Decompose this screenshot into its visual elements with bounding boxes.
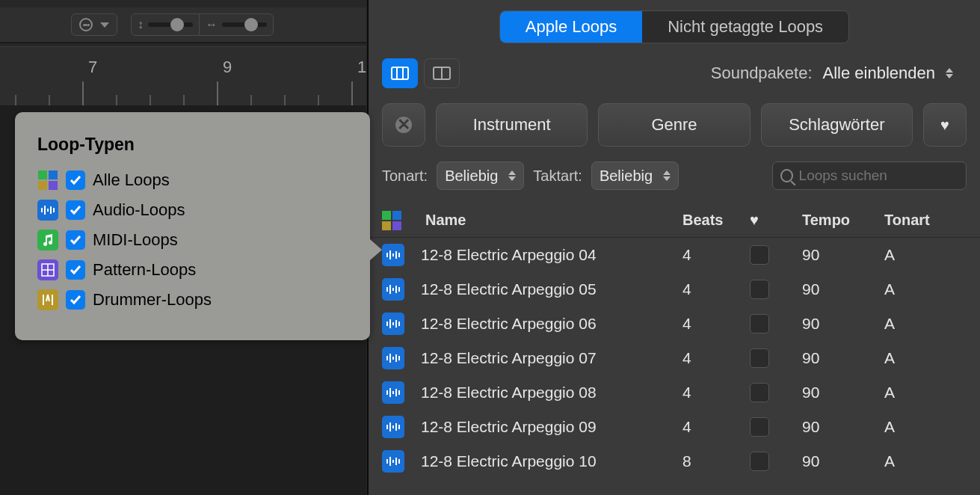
timeline-ruler[interactable]: 7 9 1 [0, 46, 366, 106]
filter-genre-button[interactable]: Genre [598, 103, 750, 147]
audio-loop-icon [382, 450, 404, 473]
loop-fav-checkbox[interactable] [750, 348, 802, 368]
loop-fav-checkbox[interactable] [750, 245, 802, 265]
audio-loop-icon [382, 313, 404, 335]
table-row[interactable]: 12-8 Electric Arpeggio 05490A [369, 272, 980, 307]
pattern-loop-icon [37, 259, 58, 280]
loop-results-table: Name Beats ♥ Tempo Tonart 12-8 Electric … [369, 203, 980, 479]
loop-fav-checkbox[interactable] [750, 314, 802, 333]
loop-type-row-drummer[interactable]: Drummer-Loops [37, 285, 354, 315]
loop-tonart: A [884, 418, 967, 436]
ellipsis-icon: ••• [79, 18, 93, 31]
vertical-zoom-slider[interactable]: ↕ [132, 14, 199, 35]
taktart-select[interactable]: Beliebig [591, 162, 679, 190]
loop-fav-checkbox[interactable] [750, 417, 802, 437]
audio-loop-icon [382, 278, 404, 301]
table-row[interactable]: 12-8 Electric Arpeggio 04490A [369, 238, 980, 272]
loop-tempo: 90 [802, 280, 884, 298]
loop-tempo: 90 [802, 384, 884, 402]
heart-icon: ♥ [940, 117, 949, 134]
col-tempo[interactable]: Tempo [802, 212, 884, 229]
chevron-down-icon [100, 22, 109, 28]
taktart-value: Beliebig [600, 167, 653, 185]
table-row[interactable]: 12-8 Electric Arpeggio 08490A [369, 375, 980, 410]
button-view-button[interactable] [424, 58, 460, 88]
loop-type-row-audio[interactable]: Audio-Loops [37, 195, 354, 225]
loop-tempo: 90 [802, 418, 884, 436]
table-row[interactable]: 12-8 Electric Arpeggio 07490A [369, 341, 980, 375]
loop-beats: 8 [682, 452, 750, 470]
loop-beats: 4 [682, 418, 750, 436]
loop-type-label: Drummer-Loops [93, 290, 212, 310]
audio-loop-icon [382, 347, 404, 369]
checkbox-all[interactable] [66, 170, 85, 190]
horizontal-zoom-icon: ↔ [206, 18, 218, 31]
loop-beats: 4 [682, 349, 750, 367]
popover-title: Loop-Typen [37, 135, 354, 155]
vertical-zoom-icon: ↕ [138, 18, 144, 31]
loop-type-label: Pattern-Loops [93, 260, 196, 280]
table-row[interactable]: 12-8 Electric Arpeggio 09490A [369, 410, 980, 444]
col-name[interactable]: Name [421, 212, 682, 229]
tab-apple-loops[interactable]: Apple Loops [500, 11, 642, 43]
loop-type-row-all[interactable]: Alle Loops [37, 165, 354, 195]
taktart-label: Taktart: [533, 167, 582, 185]
all-loops-icon [37, 170, 58, 191]
heart-icon: ♥ [750, 212, 759, 228]
loop-type-label: Alle Loops [93, 170, 170, 190]
more-menu-button[interactable]: ••• [71, 13, 117, 36]
loop-type-row-midi[interactable]: MIDI-Loops [37, 225, 354, 255]
loop-name: 12-8 Electric Arpeggio 05 [421, 280, 682, 298]
column-view-button[interactable] [382, 58, 418, 88]
loop-beats: 4 [682, 246, 750, 264]
loop-tonart: A [884, 384, 967, 402]
tab-untagged-loops[interactable]: Nicht getaggte Loops [642, 11, 848, 43]
search-input[interactable] [799, 167, 958, 184]
checkbox-midi[interactable] [66, 230, 85, 250]
filter-keywords-button[interactable]: Schlagwörter [761, 103, 913, 147]
loop-beats: 4 [682, 384, 750, 402]
checkbox-pattern[interactable] [66, 260, 85, 280]
loop-fav-checkbox[interactable] [750, 280, 802, 299]
loop-tonart: A [884, 315, 967, 333]
svg-rect-8 [392, 67, 408, 79]
horizontal-zoom-slider[interactable]: ↔ [199, 14, 273, 35]
checkbox-drummer[interactable] [66, 290, 85, 310]
tonart-select[interactable]: Beliebig [437, 162, 524, 190]
col-tonart[interactable]: Tonart [884, 212, 967, 229]
col-beats[interactable]: Beats [682, 212, 750, 229]
loop-browser-panel: Apple Loops Nicht getaggte Loops Soundpa… [367, 0, 980, 495]
timeline-toolbar: ••• ↕ ↔ [0, 7, 366, 43]
ruler-mark: 1 [357, 58, 366, 77]
loop-tabs: Apple Loops Nicht getaggte Loops [369, 0, 980, 43]
loop-name: 12-8 Electric Arpeggio 08 [421, 384, 682, 402]
loop-fav-checkbox[interactable] [750, 383, 802, 402]
loop-type-filter-icon[interactable] [382, 211, 421, 230]
close-icon: ✕ [395, 117, 412, 133]
loop-type-label: Audio-Loops [93, 200, 185, 220]
audio-loop-icon [382, 381, 404, 404]
loop-name: 12-8 Electric Arpeggio 06 [421, 315, 682, 333]
table-row[interactable]: 12-8 Electric Arpeggio 06490A [369, 307, 980, 341]
col-fav[interactable]: ♥ [750, 212, 802, 229]
loop-type-row-pattern[interactable]: Pattern-Loops [37, 255, 354, 285]
loop-fav-checkbox[interactable] [750, 452, 802, 471]
tonart-label: Tonart: [382, 167, 428, 185]
loop-tonart: A [884, 280, 967, 298]
filter-favorites-button[interactable]: ♥ [923, 103, 967, 147]
loop-search[interactable] [772, 162, 967, 190]
soundpacks-select[interactable]: Alle einblenden [823, 64, 935, 83]
clear-filters-button[interactable]: ✕ [382, 103, 425, 147]
table-row[interactable]: 12-8 Electric Arpeggio 10890A [369, 444, 980, 479]
tonart-value: Beliebig [445, 167, 498, 185]
updown-icon [508, 170, 516, 181]
updown-icon [663, 170, 671, 181]
filter-instrument-button[interactable]: Instrument [436, 103, 588, 147]
loop-tempo: 90 [802, 315, 884, 333]
checkbox-audio[interactable] [66, 200, 85, 220]
table-header-row: Name Beats ♥ Tempo Tonart [369, 203, 980, 238]
loop-tempo: 90 [802, 246, 884, 264]
loop-beats: 4 [682, 315, 750, 333]
loop-tempo: 90 [802, 349, 884, 367]
loop-name: 12-8 Electric Arpeggio 10 [421, 452, 682, 470]
